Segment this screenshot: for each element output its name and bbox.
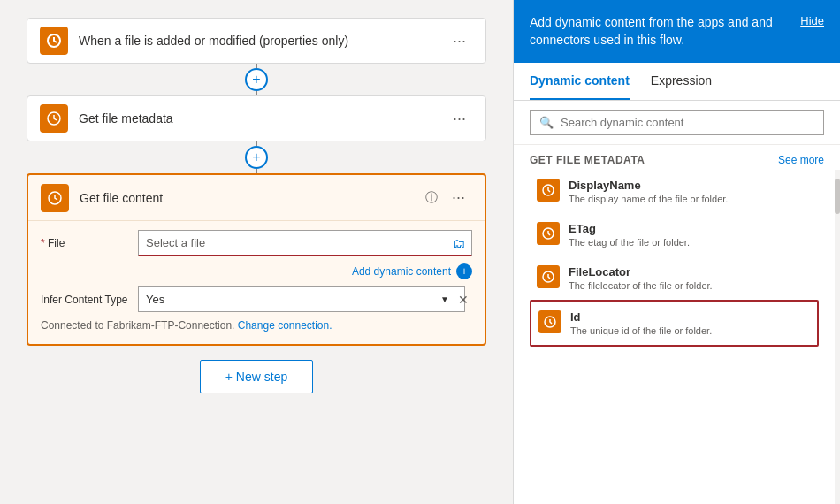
- folder-icon: 🗂: [453, 236, 465, 250]
- flow-step-1[interactable]: When a file is added or modified (proper…: [27, 18, 486, 64]
- etag-title: ETag: [569, 222, 812, 235]
- step3-info-icon[interactable]: ⓘ: [425, 190, 438, 206]
- panel-tabs: Dynamic content Expression: [514, 63, 840, 101]
- file-input-wrapper: 🗂: [138, 230, 472, 256]
- see-more-link[interactable]: See more: [778, 154, 824, 166]
- dynamic-item-etag[interactable]: ETag The etag of the file or folder.: [530, 213, 819, 256]
- dynamic-item-filelocator[interactable]: FileLocator The filelocator of the file …: [530, 256, 819, 300]
- infer-content-type-select[interactable]: Yes No: [138, 286, 465, 312]
- dynamic-item-displayname[interactable]: DisplayName The display name of the file…: [530, 170, 819, 213]
- panel-hide-button[interactable]: Hide: [800, 14, 824, 27]
- section-name: Get file metadata: [530, 154, 645, 166]
- filelocator-icon: [537, 265, 560, 288]
- flow-canvas: When a file is added or modified (proper…: [0, 0, 513, 504]
- content-icon: [41, 184, 69, 212]
- connector-1: +: [245, 64, 268, 95]
- dynamic-items-list: DisplayName The display name of the file…: [514, 170, 835, 504]
- metadata-icon: [40, 104, 68, 133]
- step2-label: Get file metadata: [79, 111, 446, 126]
- tab-dynamic-content[interactable]: Dynamic content: [530, 63, 630, 100]
- etag-icon: [537, 222, 560, 245]
- displayname-icon: [537, 179, 560, 202]
- file-input[interactable]: [138, 230, 472, 256]
- add-step-2-button[interactable]: +: [245, 146, 268, 169]
- active-step-body: File 🗂 Add dynamic content + Infer Conte…: [28, 221, 485, 344]
- infer-select-wrapper: Yes No ▼ ✕: [138, 286, 472, 312]
- step3-more[interactable]: ···: [445, 185, 472, 210]
- step3-label: Get file content: [80, 191, 425, 205]
- connector-line-2b: [256, 169, 257, 173]
- scroll-thumb[interactable]: [835, 179, 840, 214]
- infer-content-type-row: Infer Content Type Yes No ▼ ✕: [41, 286, 472, 312]
- panel-header: Add dynamic content from the apps and an…: [514, 0, 840, 63]
- filelocator-text: FileLocator The filelocator of the file …: [569, 265, 812, 291]
- file-field-row: File 🗂: [41, 230, 472, 256]
- search-icon: 🔍: [539, 116, 554, 129]
- new-step-label: + New step: [225, 370, 287, 384]
- id-icon: [538, 310, 561, 333]
- etag-text: ETag The etag of the file or folder.: [569, 222, 812, 248]
- dynamic-search-input[interactable]: [561, 116, 814, 129]
- connection-info: Connected to Fabrikam-FTP-Connection. Ch…: [41, 319, 472, 332]
- new-step-button[interactable]: + New step: [200, 360, 313, 393]
- panel-header-text: Add dynamic content from the apps and an…: [530, 14, 800, 49]
- id-title: Id: [570, 310, 810, 324]
- flow-step-2[interactable]: Get file metadata ···: [27, 95, 486, 141]
- add-dynamic-plus-icon: +: [456, 263, 472, 279]
- panel-content-area: DisplayName The display name of the file…: [514, 170, 840, 504]
- displayname-desc: The display name of the file or folder.: [569, 194, 812, 204]
- dynamic-item-id[interactable]: Id The unique id of the file or folder.: [530, 300, 819, 347]
- file-field-label: File: [41, 237, 138, 249]
- dynamic-content-panel: Add dynamic content from the apps and an…: [513, 0, 840, 504]
- step2-more[interactable]: ···: [446, 106, 473, 132]
- filelocator-title: FileLocator: [569, 265, 812, 279]
- search-wrapper: 🔍: [530, 110, 824, 135]
- step1-label: When a file is added or modified (proper…: [79, 34, 446, 48]
- trigger-icon: [40, 27, 68, 55]
- scroll-indicator: [835, 170, 840, 504]
- change-connection-link[interactable]: Change connection.: [238, 319, 332, 332]
- id-desc: The unique id of the file or folder.: [570, 325, 810, 336]
- displayname-title: DisplayName: [569, 179, 812, 192]
- infer-content-type-label: Infer Content Type: [41, 294, 138, 306]
- add-dynamic-label: Add dynamic content: [352, 265, 451, 278]
- connector-2: +: [245, 141, 268, 173]
- flow-step-3-active[interactable]: Get file content ⓘ ··· File 🗂 Add dynami…: [27, 173, 486, 346]
- add-dynamic-content-button[interactable]: Add dynamic content +: [138, 263, 472, 279]
- active-step-header: Get file content ⓘ ···: [28, 175, 485, 221]
- displayname-text: DisplayName The display name of the file…: [569, 179, 812, 204]
- step1-more[interactable]: ···: [446, 28, 473, 54]
- id-text: Id The unique id of the file or folder.: [570, 310, 810, 336]
- panel-search-area: 🔍: [514, 101, 840, 145]
- etag-desc: The etag of the file or folder.: [569, 237, 812, 248]
- filelocator-desc: The filelocator of the file or folder.: [569, 280, 812, 291]
- panel-section-label: Get file metadata See more: [514, 145, 840, 170]
- select-clear-icon[interactable]: ✕: [454, 289, 472, 310]
- connection-text: Connected to Fabrikam-FTP-Connection.: [41, 319, 234, 332]
- add-step-1-button[interactable]: +: [245, 68, 268, 91]
- tab-expression[interactable]: Expression: [651, 63, 712, 100]
